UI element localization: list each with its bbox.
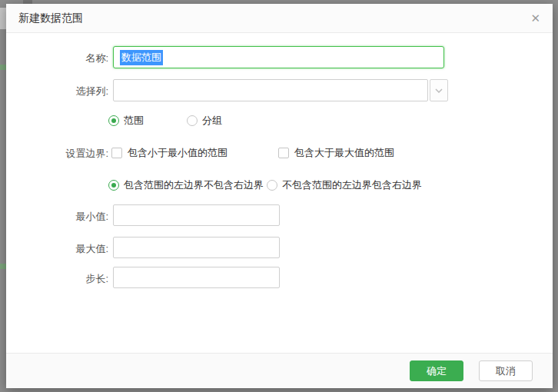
close-icon[interactable]: ✕ xyxy=(530,12,540,24)
new-data-range-dialog: 新建数据范围 ✕ 名称: 数据范围 选择列: xyxy=(6,4,553,388)
dialog-title: 新建数据范围 xyxy=(18,12,83,25)
radio-include-right-edge[interactable]: 不包含范围的左边界包含右边界 xyxy=(267,178,422,192)
column-select-caret-button[interactable] xyxy=(430,79,448,101)
ok-button[interactable]: 确定 xyxy=(410,360,463,381)
background-remnant xyxy=(0,8,6,29)
checkbox-icon xyxy=(111,148,122,158)
dialog-body: 名称: 数据范围 选择列: 范围 xyxy=(6,33,553,353)
radio-selected-icon xyxy=(108,115,119,126)
checkbox-below-min-label: 包含小于最小值的范围 xyxy=(128,146,228,160)
max-value-label: 最大值: xyxy=(6,242,108,256)
max-value-row: 最大值: xyxy=(6,237,553,258)
radio-include-right-label: 不包含范围的左边界包含右边界 xyxy=(282,178,422,192)
boundary-label: 设置边界: xyxy=(6,147,108,161)
name-row: 名称: 数据范围 xyxy=(6,46,553,68)
radio-range-label: 范围 xyxy=(124,114,144,128)
select-column-label: 选择列: xyxy=(6,85,108,98)
radio-unselected-icon xyxy=(267,180,277,191)
min-value-label: 最小值: xyxy=(6,210,108,224)
radio-include-left-label: 包含范围的左边界不包含右边界 xyxy=(124,178,264,192)
type-radio-row: 范围 分组 xyxy=(6,114,553,125)
step-row: 步长: xyxy=(6,267,553,288)
min-value-input[interactable] xyxy=(113,204,280,226)
max-value-input[interactable] xyxy=(113,237,280,258)
name-input[interactable]: 数据范围 xyxy=(113,46,444,68)
name-label: 名称: xyxy=(6,51,108,65)
radio-include-left-edge[interactable]: 包含范围的左边界不包含右边界 xyxy=(108,178,264,192)
checkbox-include-below-min[interactable]: 包含小于最小值的范围 xyxy=(111,146,228,160)
dialog-header: 新建数据范围 ✕ xyxy=(6,4,553,33)
checkbox-above-max-label: 包含大于最大值的范围 xyxy=(294,146,394,160)
radio-range[interactable]: 范围 xyxy=(108,114,144,128)
radio-unselected-icon xyxy=(187,115,198,126)
chevron-down-icon xyxy=(435,88,443,93)
column-select[interactable] xyxy=(113,79,448,101)
background-remnant xyxy=(0,65,6,70)
checkbox-include-above-max[interactable]: 包含大于最大值的范围 xyxy=(278,146,394,160)
min-value-row: 最小值: xyxy=(6,204,553,226)
select-column-row: 选择列: xyxy=(6,79,553,101)
checkbox-icon xyxy=(278,148,289,158)
step-label: 步长: xyxy=(6,272,108,286)
dialog-footer: 确定 取消 xyxy=(6,353,553,388)
cancel-button[interactable]: 取消 xyxy=(479,360,533,381)
column-select-input[interactable] xyxy=(113,79,428,101)
background-remnant xyxy=(0,264,6,269)
name-input-selected-text: 数据范围 xyxy=(120,50,163,65)
radio-group-label: 分组 xyxy=(202,114,222,128)
edge-radio-row: 包含范围的左边界不包含右边界 不包含范围的左边界包含右边界 xyxy=(6,178,553,190)
radio-selected-icon xyxy=(108,180,119,191)
step-input[interactable] xyxy=(113,267,280,288)
radio-group[interactable]: 分组 xyxy=(187,114,222,128)
boundary-row: 设置边界: 包含小于最小值的范围 包含大于最大值的范围 xyxy=(6,146,553,158)
